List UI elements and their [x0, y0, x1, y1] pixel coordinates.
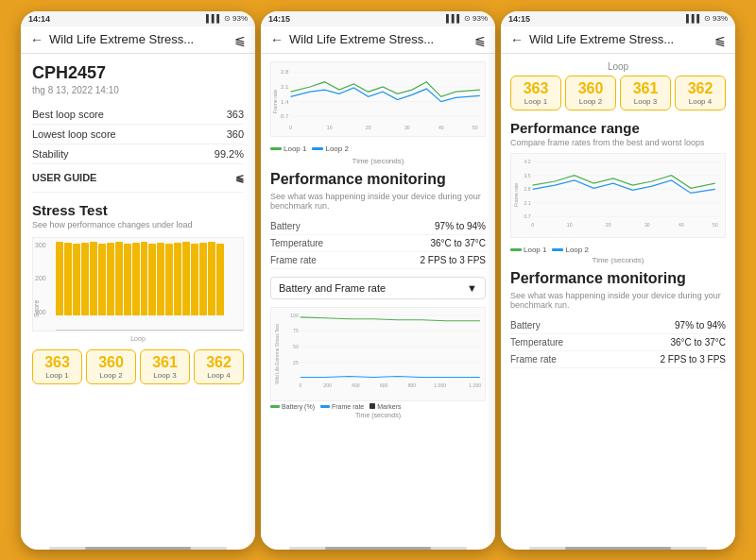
svg-text:25: 25 — [293, 359, 299, 365]
svg-text:30: 30 — [404, 124, 410, 129]
perf-title-2: Performance monitoring — [270, 171, 486, 188]
user-guide-row[interactable]: USER GUIDE ⫹ — [32, 164, 244, 193]
lowest-loop-label: Lowest loop score — [32, 128, 116, 140]
loop-label-top-3: Loop 3 — [625, 97, 666, 106]
perf-desc-2: See what was happening inside your devic… — [270, 192, 486, 211]
loop-num-top-4: 362 — [679, 80, 721, 97]
svg-text:20: 20 — [606, 221, 611, 227]
framerate-label-3: Frame rate — [510, 354, 557, 365]
loop-score-top-4: 362 Loop 4 — [675, 76, 726, 110]
device-date: thg 8 13, 2022 14:10 — [32, 85, 244, 95]
status-icons-3: ▌▌▌ ⊙ 93% — [686, 14, 728, 23]
content-2: 2.8 2.1 1.4 0.7 0 10 20 30 40 50 F — [261, 54, 495, 543]
bar — [98, 244, 106, 315]
share-button-2[interactable]: ⫹ — [474, 32, 486, 47]
framerate-val-2: 2 FPS to 3 FPS — [421, 255, 486, 265]
back-button-2[interactable]: ← — [270, 32, 284, 47]
content-3: Loop 363 Loop 1 360 Loop 2 361 Loop 3 36… — [501, 54, 735, 543]
loop-num-top-1: 363 — [515, 80, 557, 97]
range-x-label: Time (seconds) — [510, 256, 726, 264]
svg-text:0.7: 0.7 — [524, 213, 530, 219]
x-axis-label-p2: Time (seconds) — [270, 157, 486, 165]
temp-label-3: Temperature — [510, 337, 563, 348]
svg-text:3.5: 3.5 — [524, 172, 530, 178]
chevron-down-icon: ▼ — [467, 282, 477, 294]
loop-num-top-3: 361 — [625, 80, 666, 97]
app-bar-3: ← Wild Life Extreme Stress... ⫹ — [501, 26, 735, 54]
framerate-label-2: Frame rate — [270, 255, 317, 265]
loop-label-3: Loop 3 — [145, 371, 185, 380]
line-chart-svg: 2.8 2.1 1.4 0.7 0 10 20 30 40 50 F — [271, 62, 485, 136]
svg-text:1.200: 1.200 — [469, 382, 481, 388]
bar — [216, 244, 224, 315]
stress-bar-chart: Score 300200100 — [32, 237, 244, 331]
back-button-1[interactable]: ← — [30, 32, 43, 47]
bar — [148, 244, 156, 315]
time-1: 14:14 — [28, 14, 50, 24]
bar — [132, 243, 140, 314]
stress-test-desc: See how performance changes under load — [32, 220, 244, 229]
temp-row-2: Temperature 36°C to 37°C — [270, 235, 486, 252]
stability-row: Stability 99.2% — [32, 144, 244, 164]
dropdown-label: Battery and Frame rate — [279, 282, 386, 294]
perf-title-3: Performance monitoring — [510, 270, 726, 287]
svg-text:4.2: 4.2 — [524, 159, 530, 164]
range-chart-svg: 4.2 3.5 2.8 2.1 0.7 0 10 20 30 40 50 Fra… — [511, 154, 725, 237]
loop-num-2: 360 — [91, 354, 131, 371]
svg-text:200: 200 — [323, 382, 332, 388]
loop-scores-1: 363 Loop 1 360 Loop 2 361 Loop 3 362 Loo… — [32, 349, 244, 384]
temp-val-2: 36°C to 37°C — [430, 238, 486, 248]
bar — [191, 244, 198, 315]
svg-text:1.000: 1.000 — [434, 382, 446, 388]
svg-text:40: 40 — [438, 124, 444, 129]
back-button-3[interactable]: ← — [510, 32, 524, 47]
bar — [73, 244, 80, 315]
stability-value: 99.2% — [215, 148, 244, 160]
svg-text:2.8: 2.8 — [281, 68, 289, 75]
wifi-icon: ⊙ — [224, 14, 231, 23]
legend-loop2-p2: Loop 2 — [325, 144, 348, 153]
time-2: 14:15 — [268, 14, 290, 24]
svg-text:20: 20 — [366, 124, 371, 129]
svg-text:0: 0 — [299, 382, 301, 388]
perf-desc-3: See what was happening inside your devic… — [510, 291, 726, 310]
battery-row-3: Battery 97% to 94% — [510, 317, 726, 334]
status-bar-2: 14:15 ▌▌▌ ⊙ 93% — [261, 11, 495, 26]
share-button-3[interactable]: ⫹ — [714, 32, 726, 47]
line-chart-top: 2.8 2.1 1.4 0.7 0 10 20 30 40 50 F — [270, 61, 486, 137]
combo-legend-markers: Markers — [377, 403, 401, 410]
dropdown-selector[interactable]: Battery and Frame rate ▼ — [270, 277, 486, 299]
wifi-icon-3: ⊙ — [704, 14, 711, 23]
perf-range-desc: Compare frame rates from the best and wo… — [510, 138, 726, 147]
loop-score-top-3: 361 Loop 3 — [620, 76, 671, 110]
loop-scores-top: 363 Loop 1 360 Loop 2 361 Loop 3 362 Loo… — [510, 76, 726, 110]
loop-score-2: 360 Loop 2 — [86, 349, 136, 384]
y-axis-labels: 300200100 — [35, 242, 46, 315]
battery-label-2: Battery — [270, 221, 301, 231]
bar — [157, 243, 164, 314]
stability-label: Stability — [32, 148, 69, 160]
status-icons-2: ▌▌▌ ⊙ 93% — [446, 14, 488, 23]
legend-loop2-p3: Loop 2 — [565, 246, 588, 254]
bar — [199, 243, 207, 314]
loop-label-top-1: Loop 1 — [515, 97, 557, 106]
app-title-3: Wild Life Extreme Stress... — [529, 32, 709, 46]
app-bar-1: ← Wild Life Extreme Stress... ⫹ — [21, 26, 255, 54]
share-button-1[interactable]: ⫹ — [234, 32, 246, 47]
battery-val-3: 97% to 94% — [675, 320, 726, 331]
svg-text:50: 50 — [472, 124, 478, 129]
time-3: 14:15 — [508, 14, 530, 24]
loop-num-top-2: 360 — [570, 80, 611, 97]
bar — [208, 242, 215, 314]
best-loop-label: Best loop score — [32, 109, 104, 120]
status-bar-1: 14:14 ▌▌▌ ⊙ 93% — [21, 11, 255, 26]
temp-row-3: Temperature 36°C to 37°C — [510, 334, 726, 351]
temp-label-2: Temperature — [270, 238, 323, 248]
svg-text:800: 800 — [408, 382, 417, 388]
loop-score-4: 362 Loop 4 — [194, 349, 244, 384]
bar — [56, 242, 63, 315]
svg-text:50: 50 — [713, 221, 718, 227]
svg-text:600: 600 — [380, 382, 388, 388]
svg-text:400: 400 — [352, 382, 360, 388]
loop-score-top-2: 360 Loop 2 — [565, 76, 616, 110]
